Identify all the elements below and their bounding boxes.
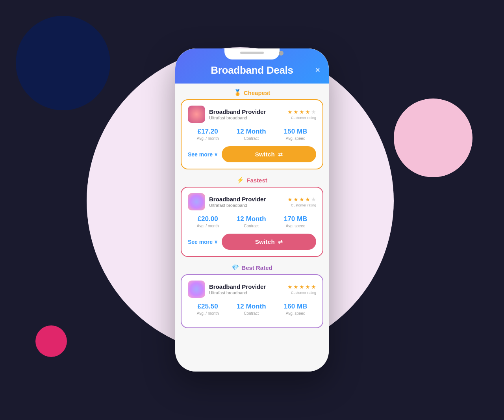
actions-cheapest: See more ∨ Switch ⇄ (188, 146, 316, 162)
price-value-best-rated: £25.50 (198, 303, 218, 310)
switch-button-fastest[interactable]: Switch ⇄ (222, 234, 316, 250)
speed-label-fastest: Avg. speed (286, 224, 306, 228)
section-cheapest-label: 🏅 Cheapest (181, 84, 323, 99)
contract-label-cheapest: Contract (244, 136, 259, 141)
app-title: Broadband Deals (211, 64, 293, 76)
star-b2: ★ (293, 284, 298, 290)
provider-name-fastest: Broadband Provider (209, 196, 284, 203)
see-more-label-cheapest: See more (188, 151, 213, 158)
phone-notch (224, 48, 280, 59)
contract-value-cheapest: 12 Month (237, 128, 266, 136)
stat-contract-fastest: 12 Month Contract (237, 215, 266, 228)
provider-info-fastest: Broadband Provider Ultrafast broadband (209, 196, 284, 208)
provider-sub-fastest: Ultrafast broadband (209, 203, 284, 208)
stat-contract-best-rated: 12 Month Contract (237, 303, 266, 316)
star-f2: ★ (293, 196, 298, 203)
bg-circle-dark (16, 16, 110, 110)
speed-label-cheapest: Avg. speed (286, 136, 306, 141)
stat-speed-best-rated: 160 MB Avg. speed (284, 303, 308, 316)
switch-label-cheapest: Switch (255, 151, 275, 158)
cheapest-title: Cheapest (244, 89, 271, 96)
contract-value-fastest: 12 Month (237, 215, 266, 223)
speed-label-best-rated: Avg. speed (286, 311, 306, 316)
deal-card-fastest: Broadband Provider Ultrafast broadband ★… (181, 187, 323, 257)
phone-shell: Broadband Deals × 🏅 Cheapest Broadband P… (175, 48, 329, 372)
card-header-best-rated: Broadband Provider Ultrafast broadband ★… (188, 281, 316, 298)
star-1: ★ (287, 109, 293, 115)
star-3: ★ (299, 109, 304, 115)
stats-fastest: £20.00 Avg. / month 12 Month Contract 17… (188, 215, 316, 228)
speed-value-fastest: 170 MB (284, 215, 308, 223)
scroll-area: 🏅 Cheapest Broadband Provider Ultrafast … (175, 84, 329, 372)
price-value-fastest: £20.00 (198, 215, 218, 223)
star-f5: ★ (311, 196, 316, 203)
contract-value-best-rated: 12 Month (237, 303, 266, 310)
provider-sub-best-rated: Ultrafast broadband (209, 290, 284, 295)
price-value-cheapest: £17.20 (198, 128, 218, 136)
provider-name-cheapest: Broadband Provider (209, 108, 284, 115)
switch-icon-fastest: ⇄ (278, 239, 283, 245)
provider-info-cheapest: Broadband Provider Ultrafast broadband (209, 108, 284, 120)
switch-button-cheapest[interactable]: Switch ⇄ (222, 146, 316, 162)
speed-value-best-rated: 160 MB (284, 303, 308, 310)
phone-speaker (240, 52, 264, 54)
switch-icon-cheapest: ⇄ (278, 151, 283, 158)
see-more-fastest[interactable]: See more ∨ (188, 239, 218, 245)
stat-price-fastest: £20.00 Avg. / month (197, 215, 219, 228)
section-best-rated-label: 💎 Best Rated (181, 258, 323, 274)
phone-camera (279, 51, 284, 56)
star-f3: ★ (299, 196, 304, 203)
stars-fastest: ★ ★ ★ ★ ★ (287, 196, 316, 203)
contract-label-best-rated: Contract (244, 311, 259, 316)
cheapest-icon: 🏅 (234, 89, 241, 96)
star-b1: ★ (287, 284, 293, 290)
actions-fastest: See more ∨ Switch ⇄ (188, 234, 316, 250)
bg-circle-pink (394, 98, 472, 177)
star-b4: ★ (305, 284, 310, 290)
best-rated-icon: 💎 (232, 264, 239, 271)
provider-name-best-rated: Broadband Provider (209, 283, 284, 290)
see-more-cheapest[interactable]: See more ∨ (188, 151, 218, 158)
fastest-title: Fastest (246, 177, 267, 184)
contract-label-fastest: Contract (244, 224, 259, 228)
see-more-label-fastest: See more (188, 239, 213, 245)
rating-label-fastest: Customer rating (291, 203, 316, 207)
card-header-cheapest: Broadband Provider Ultrafast broadband ★… (188, 106, 316, 123)
stat-speed-fastest: 170 MB Avg. speed (284, 215, 308, 228)
rating-cheapest: ★ ★ ★ ★ ★ Customer rating (287, 109, 316, 120)
deal-card-cheapest: Broadband Provider Ultrafast broadband ★… (181, 99, 323, 169)
price-label-best-rated: Avg. / month (197, 311, 219, 316)
chevron-down-icon-fastest: ∨ (214, 239, 218, 245)
stars-cheapest: ★ ★ ★ ★ ★ (287, 109, 316, 115)
star-b3: ★ (299, 284, 304, 290)
price-label-cheapest: Avg. / month (197, 136, 219, 141)
section-fastest-label: ⚡ Fastest (181, 171, 323, 187)
speed-value-cheapest: 150 MB (284, 128, 308, 136)
stars-best-rated: ★ ★ ★ ★ ★ (287, 284, 316, 290)
stat-price-best-rated: £25.50 Avg. / month (197, 303, 219, 316)
stats-cheapest: £17.20 Avg. / month 12 Month Contract 15… (188, 128, 316, 141)
close-button[interactable]: × (315, 66, 320, 74)
provider-info-best-rated: Broadband Provider Ultrafast broadband (209, 283, 284, 295)
star-b5: ★ (311, 284, 316, 290)
provider-logo-cheapest (188, 106, 205, 123)
star-5: ★ (311, 109, 316, 115)
price-label-fastest: Avg. / month (197, 224, 219, 228)
card-header-fastest: Broadband Provider Ultrafast broadband ★… (188, 193, 316, 210)
rating-fastest: ★ ★ ★ ★ ★ Customer rating (287, 196, 316, 207)
provider-logo-fastest (188, 193, 205, 210)
stat-price-cheapest: £17.20 Avg. / month (197, 128, 219, 141)
provider-sub-cheapest: Ultrafast broadband (209, 115, 284, 120)
rating-label-best-rated: Customer rating (291, 291, 316, 295)
star-f4: ★ (305, 196, 310, 203)
star-2: ★ (293, 109, 298, 115)
provider-logo-best-rated (188, 281, 205, 298)
bg-circle-magenta (35, 325, 67, 357)
rating-best-rated: ★ ★ ★ ★ ★ Customer rating (287, 284, 316, 295)
rating-label-cheapest: Customer rating (291, 116, 316, 120)
switch-label-fastest: Switch (255, 238, 275, 245)
star-4: ★ (305, 109, 310, 115)
fastest-icon: ⚡ (237, 177, 244, 184)
star-f1: ★ (287, 196, 293, 203)
phone-content: Broadband Deals × 🏅 Cheapest Broadband P… (175, 48, 329, 372)
